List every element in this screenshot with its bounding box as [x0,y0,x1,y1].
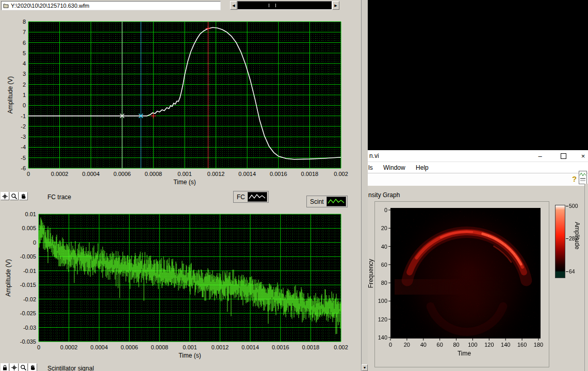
scint-graph-palette[interactable] [1,363,37,371]
svg-text:120: 120 [378,316,387,322]
svg-text:2: 2 [23,82,26,88]
window-titlebar[interactable]: n.vi – × [368,150,588,162]
svg-text:0.0008: 0.0008 [145,171,162,177]
svg-text:0.001: 0.001 [183,344,197,350]
scint-legend[interactable]: Scint [306,196,348,207]
menu-item-help[interactable]: Help [416,164,429,171]
close-button[interactable]: × [578,150,588,162]
file-path-control[interactable]: Y:\2020\10\20\125710.630.wfm [1,1,221,10]
scrollbar-track[interactable] [237,1,332,10]
graph-x-scrollbar[interactable]: ◀ ▶ [230,1,339,10]
svg-text:0: 0 [23,102,26,108]
svg-text:0.0002: 0.0002 [60,344,78,350]
fc-trace-label: FC trace [47,193,71,201]
front-panel-right: nsity Graph 0204060801001201400204060801… [368,186,588,371]
zoom-tool-button[interactable] [19,363,28,371]
svg-text:-0.035: -0.035 [20,338,36,345]
svg-text:0.005: 0.005 [22,225,36,231]
svg-text:Amplitude (V): Amplitude (V) [7,76,14,114]
left-panel-scrollbar[interactable]: ▼ [361,0,368,371]
svg-text:140: 140 [378,334,387,341]
svg-text:140: 140 [501,342,510,348]
lock-tool-button[interactable] [1,363,9,371]
svg-text:0: 0 [389,342,392,348]
colorbar-tick: 500 [566,203,578,209]
scintillator-graph[interactable]: 00.00020.00040.00060.00080.0010.00120.00… [0,196,361,371]
maximize-button[interactable] [555,150,571,162]
cursor-tool-button[interactable] [10,363,19,371]
svg-text:Time (s): Time (s) [173,179,196,186]
svg-text:-6: -6 [21,165,26,171]
svg-text:0.0012: 0.0012 [207,171,225,177]
svg-text:0.0006: 0.0006 [113,171,131,177]
svg-text:100: 100 [378,298,387,304]
svg-text:0.0014: 0.0014 [241,344,259,350]
fc-plot-style-icon[interactable] [248,192,267,202]
intensity-graph-label: nsity Graph [368,191,400,199]
pan-tool-button[interactable] [19,192,28,200]
svg-text:0.0016: 0.0016 [272,344,289,350]
fc-legend[interactable]: FC [233,191,269,203]
minimize-button[interactable]: – [532,150,548,162]
cursor-tool-button[interactable] [1,192,9,200]
zoom-tool-button[interactable] [10,192,19,200]
fc-trace-graph[interactable]: 00.00020.00040.00060.00080.0010.00120.00… [0,15,361,192]
svg-text:-1: -1 [21,113,26,119]
svg-text:8: 8 [23,19,26,25]
black-window-region [368,0,588,150]
svg-text:-0.03: -0.03 [23,325,36,331]
svg-text:-5: -5 [21,155,26,161]
svg-text:100: 100 [468,342,477,348]
svg-text:0.0006: 0.0006 [121,344,138,350]
svg-text:0: 0 [384,207,387,213]
context-help-icon[interactable]: ? [572,174,577,183]
scroll-left-button[interactable]: ◀ [230,1,237,10]
svg-text:80: 80 [381,280,387,286]
svg-text:80: 80 [453,342,459,348]
folder-icon [3,3,9,8]
svg-text:40: 40 [420,342,427,348]
menu-bar: ls Window Help [368,162,588,173]
fc-graph-palette[interactable] [1,192,28,200]
scroll-down-button[interactable]: ▼ [362,364,368,371]
svg-text:0.0002: 0.0002 [51,171,69,177]
svg-text:-0.02: -0.02 [23,296,36,302]
svg-text:60: 60 [437,342,443,348]
scroll-right-button[interactable]: ▶ [332,1,339,10]
svg-text:Time: Time [458,350,471,357]
svg-text:Frequency: Frequency [368,259,374,288]
vi-icon[interactable] [579,171,587,184]
color-scale[interactable] [555,205,565,278]
toolbar: ? [368,173,588,186]
colorbar-tick: 64 [566,268,575,275]
svg-text:0.002: 0.002 [334,344,348,350]
file-path-value: Y:\2020\10\20\125710.630.wfm [11,3,89,9]
svg-text:60: 60 [381,262,387,268]
pan-tool-button[interactable] [28,363,37,371]
svg-text:-4: -4 [21,144,26,150]
labview-workspace: Y:\2020\10\20\125710.630.wfm ◀ ▶ 00.0002… [0,0,588,371]
svg-text:0: 0 [33,239,36,246]
scint-plot-style-icon[interactable] [326,197,346,206]
svg-text:-0.005: -0.005 [20,253,36,260]
svg-text:0.0016: 0.0016 [270,171,287,177]
svg-text:-2: -2 [21,123,26,130]
svg-text:20: 20 [381,225,387,231]
svg-text:120: 120 [484,342,494,348]
svg-text:5: 5 [23,50,26,56]
intensity-graph-axes: 0204060801001201400204060801001201401601… [368,200,553,371]
scintillator-signal-label: Scintillator signal [47,365,94,371]
svg-text:0.0018: 0.0018 [302,344,320,350]
svg-text:0.0004: 0.0004 [82,171,100,177]
svg-text:0.001: 0.001 [177,171,192,177]
scint-legend-label: Scint [310,198,324,205]
menu-item-window[interactable]: Window [383,164,405,171]
color-ramp [556,205,565,271]
svg-text:160: 160 [517,342,527,348]
maximize-icon [561,153,566,159]
menu-item-tools[interactable]: ls [368,164,373,171]
svg-text:0.0018: 0.0018 [301,171,319,177]
scrollbar-mark [269,4,269,7]
right-window-scrollbar[interactable] [584,184,588,371]
svg-text:-0.015: -0.015 [20,282,36,288]
